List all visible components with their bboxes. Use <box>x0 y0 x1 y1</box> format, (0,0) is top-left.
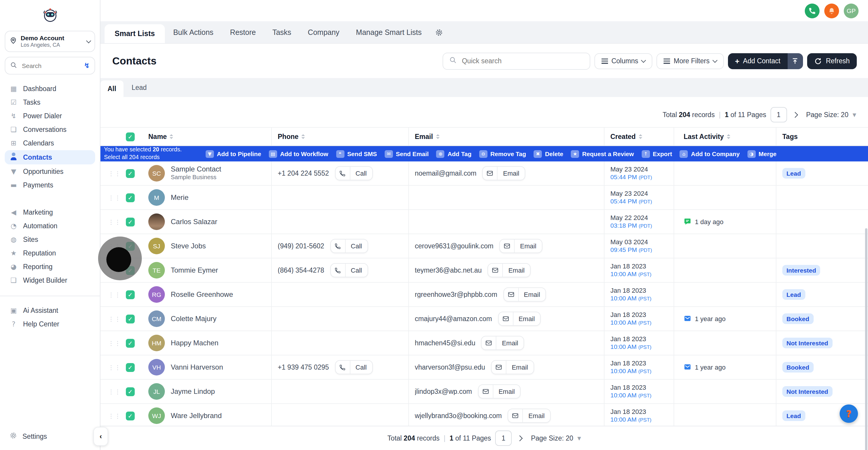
lightning-icon[interactable]: ↯ <box>84 62 90 70</box>
email-button[interactable]: Email <box>491 360 534 374</box>
refresh-button[interactable]: Refresh <box>807 53 857 69</box>
page-number-input[interactable]: 1 <box>770 107 787 122</box>
row-checkbox[interactable]: ✓ <box>126 387 135 396</box>
tab-manage-smart-lists[interactable]: Manage Smart Lists <box>348 21 430 43</box>
drag-handle[interactable]: ⋮⋮ <box>108 364 121 370</box>
sidebar-item-reputation[interactable]: ★Reputation <box>5 247 95 260</box>
help-button[interactable]: ? <box>840 404 858 423</box>
more-filters-button[interactable]: More Filters <box>656 53 723 69</box>
sidebar-item-ai-assistant[interactable]: ▣Ai Assistant <box>5 304 95 317</box>
add-to-company-action[interactable]: ⌂Add to Company <box>680 150 740 158</box>
drag-handle[interactable]: ⋮⋮ <box>108 194 121 201</box>
sidebar-item-payments[interactable]: ▬Payments <box>5 179 95 192</box>
sidebar-item-widget-builder[interactable]: ❑Widget Builder <box>5 274 95 287</box>
drag-handle[interactable]: ⋮⋮ <box>108 315 121 322</box>
email-button[interactable]: Email <box>499 239 542 253</box>
contact-name[interactable]: Jayme Lindop <box>171 387 215 396</box>
table-row[interactable]: ⋮⋮✓TETommie Eymer(864) 354-4278Callteyme… <box>100 258 868 283</box>
contact-name[interactable]: Ware Jellybrand <box>171 411 222 420</box>
row-checkbox[interactable]: ✓ <box>126 217 135 226</box>
table-row[interactable]: ⋮⋮✓VHVanni Harverson+1 939 475 0295Callv… <box>100 356 868 379</box>
delete-action[interactable]: ✖Delete <box>534 150 563 158</box>
email-button[interactable]: Email <box>483 166 525 180</box>
page-size-select[interactable]: Page Size: 20 <box>806 111 848 118</box>
table-row[interactable]: ⋮⋮✓SCSample ContactSample Business+1 204… <box>100 162 868 186</box>
tag-badge[interactable]: Booked <box>782 313 813 324</box>
sort-icon[interactable] <box>727 135 730 139</box>
tag-badge[interactable]: Lead <box>782 411 805 421</box>
tag-badge[interactable]: Lead <box>782 289 805 300</box>
tag-badge[interactable]: Booked <box>782 362 813 372</box>
table-row[interactable]: ⋮⋮✓Carlos SalazarMay 22 202403:18 PM (PD… <box>100 210 868 234</box>
notifications-bell-button[interactable] <box>824 3 839 18</box>
sidebar-search-input[interactable] <box>21 62 80 70</box>
row-checkbox[interactable]: ✓ <box>126 411 135 420</box>
phone-button[interactable] <box>805 3 819 18</box>
contact-name[interactable]: Carlos Salazar <box>171 217 217 226</box>
page-size-select[interactable]: Page Size: 20 <box>531 434 573 442</box>
sort-icon[interactable] <box>436 135 439 139</box>
table-row[interactable]: ⋮⋮✓JLJayme Lindopjlindop3x@wp.comEmailJa… <box>100 379 868 404</box>
tab-smart-lists[interactable]: Smart Lists <box>104 24 165 43</box>
contact-name[interactable]: Colette Majury <box>171 314 217 323</box>
row-checkbox[interactable]: ✓ <box>126 169 135 178</box>
row-checkbox[interactable]: ✓ <box>126 193 135 202</box>
sidebar-item-settings[interactable]: Settings <box>0 425 100 450</box>
send-email-action[interactable]: ✉Send Email <box>385 150 429 158</box>
table-row[interactable]: ⋮⋮✓MMerieMay 23 202405:44 PM (PDT) <box>100 186 868 210</box>
column-header-name[interactable]: Name <box>140 133 271 140</box>
sidebar-item-reporting[interactable]: ◕Reporting <box>5 260 95 274</box>
drag-handle[interactable]: ⋮⋮ <box>108 388 121 395</box>
tab-bulk-actions[interactable]: Bulk Actions <box>165 21 222 43</box>
sidebar-item-calendars[interactable]: ⊞Calendars <box>5 137 95 150</box>
row-checkbox[interactable]: ✓ <box>126 314 135 323</box>
page-number-input[interactable]: 1 <box>495 430 512 446</box>
contact-name[interactable]: Vanni Harverson <box>171 363 223 372</box>
contact-name[interactable]: Happy Machen <box>171 339 218 347</box>
column-header-created[interactable]: Created <box>604 128 674 145</box>
sidebar-item-automation[interactable]: ◔Automation <box>5 220 95 233</box>
sort-icon[interactable] <box>170 135 174 139</box>
column-header-last-activity[interactable]: Last Activity <box>674 128 776 145</box>
tag-badge[interactable]: Interested <box>782 265 820 276</box>
column-header-tags[interactable]: Tags <box>776 128 868 145</box>
drag-handle[interactable]: ⋮⋮ <box>108 219 121 225</box>
tag-badge[interactable]: Not Interested <box>782 338 832 348</box>
column-header-email[interactable]: Email <box>408 128 604 145</box>
add-to-pipeline-action[interactable]: ▼Add to Pipeline <box>206 150 261 158</box>
contact-name[interactable]: Steve Jobs <box>171 242 206 250</box>
export-action[interactable]: ↑Export <box>642 150 672 158</box>
column-header-phone[interactable]: Phone <box>271 128 408 145</box>
next-page-icon[interactable] <box>792 112 797 117</box>
select-all-records-link[interactable]: Select all 204 records <box>104 154 206 161</box>
tab-company[interactable]: Company <box>300 21 348 43</box>
sidebar-item-dashboard[interactable]: ▦Dashboard <box>5 83 95 95</box>
view-tab-lead[interactable]: Lead <box>123 78 155 97</box>
sort-icon[interactable] <box>639 135 642 139</box>
add-contact-button[interactable]: + Add Contact <box>728 53 788 69</box>
row-checkbox[interactable]: ✓ <box>126 363 135 372</box>
remove-tag-action[interactable]: ⊖Remove Tag <box>479 150 526 158</box>
table-row[interactable]: ⋮⋮✓SJSteve Jobs(949) 201-5602Callcerove9… <box>100 234 868 258</box>
next-page-icon[interactable] <box>517 435 522 441</box>
user-avatar[interactable]: GP <box>844 3 859 18</box>
contact-name[interactable]: Tommie Eymer <box>171 266 218 275</box>
table-row[interactable]: ⋮⋮✓RGRoselle Greenhowergreenhowe3r@phpbb… <box>100 283 868 307</box>
sidebar-item-conversations[interactable]: ❏Conversations <box>5 123 95 136</box>
drag-handle[interactable]: ⋮⋮ <box>108 170 121 176</box>
send-sms-action[interactable]: ❝Send SMS <box>336 150 377 158</box>
tag-badge[interactable]: Not Interested <box>782 386 832 397</box>
select-all-checkbox[interactable]: ✓ <box>126 132 135 141</box>
tab-restore[interactable]: Restore <box>222 21 264 43</box>
smart-list-settings-gear-icon[interactable] <box>430 21 447 43</box>
sort-icon[interactable] <box>301 135 305 139</box>
table-row[interactable]: ⋮⋮✓WJWare Jellybrandwjellybrand3o@bookin… <box>100 404 868 428</box>
sidebar-item-contacts[interactable]: Contacts <box>5 150 95 165</box>
sidebar-collapse-button[interactable]: ‹ <box>93 427 108 446</box>
add-to-workflow-action[interactable]: ▤Add to Workflow <box>269 150 328 158</box>
email-button[interactable]: Email <box>488 263 531 277</box>
contact-name[interactable]: Merie <box>171 193 188 202</box>
sidebar-item-power-dialer[interactable]: ↯Power Dialer <box>5 110 95 123</box>
tag-badge[interactable]: Lead <box>782 168 805 178</box>
quick-search-input[interactable] <box>461 57 584 65</box>
